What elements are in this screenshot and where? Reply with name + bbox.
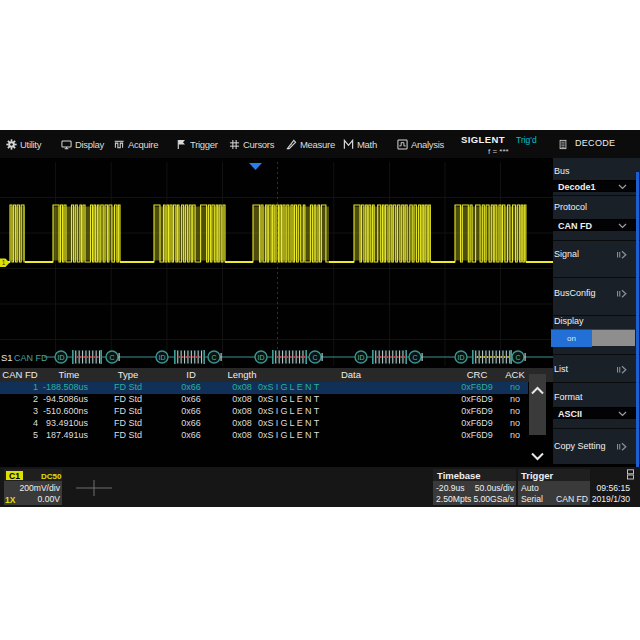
svg-text:ID: ID bbox=[458, 354, 465, 361]
svg-text:1: 1 bbox=[2, 259, 6, 266]
svg-text:C: C bbox=[211, 354, 216, 361]
svg-text:ID: ID bbox=[258, 354, 265, 361]
svg-text:CAN FD: CAN FD bbox=[14, 353, 48, 363]
svg-text:C: C bbox=[515, 354, 520, 361]
svg-text:C: C bbox=[109, 354, 114, 361]
svg-text:ID: ID bbox=[358, 354, 365, 361]
svg-text:C: C bbox=[412, 354, 417, 361]
svg-text:C: C bbox=[312, 354, 317, 361]
svg-text:ID: ID bbox=[159, 354, 166, 361]
svg-text:ID: ID bbox=[58, 354, 65, 361]
svg-text:S1: S1 bbox=[1, 352, 13, 363]
